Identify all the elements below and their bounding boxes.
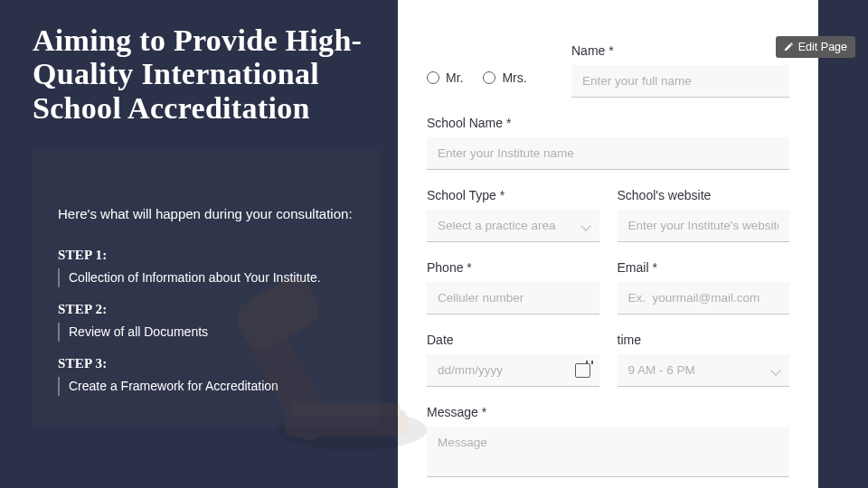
radio-mrs[interactable] xyxy=(483,71,495,84)
message-label: Message * xyxy=(427,405,789,419)
date-input[interactable] xyxy=(427,354,599,387)
step-2: STEP 2: Review of all Documents xyxy=(58,302,354,342)
time-select[interactable]: 9 AM - 6 PM xyxy=(618,354,790,387)
step-label: STEP 2: xyxy=(58,302,354,317)
date-label: Date xyxy=(427,333,599,347)
intro-text: Here's what will happen during your cons… xyxy=(58,204,354,224)
form-panel: Mr. Mrs. Name * School Name * xyxy=(398,0,818,488)
edit-page-button[interactable]: Edit Page xyxy=(776,36,855,58)
steps-box: Here's what will happen during your cons… xyxy=(33,150,380,428)
name-label: Name * xyxy=(571,43,789,58)
email-input[interactable] xyxy=(618,282,790,314)
message-textarea[interactable] xyxy=(427,427,789,477)
svg-rect-4 xyxy=(292,403,401,417)
school-type-select[interactable]: Select a practice area xyxy=(427,210,599,242)
school-type-label: School Type * xyxy=(427,188,599,202)
page-heading: Aiming to Provide High-Quality Internati… xyxy=(33,23,380,125)
website-input[interactable] xyxy=(618,210,790,242)
step-body: Create a Framework for Accreditation xyxy=(58,377,354,396)
step-body: Collection of Information about Your Ins… xyxy=(58,268,354,287)
school-name-input[interactable] xyxy=(427,137,789,170)
svg-rect-3 xyxy=(285,410,407,437)
edit-icon xyxy=(783,42,794,52)
radio-mr-label: Mr. xyxy=(446,70,463,85)
step-3: STEP 3: Create a Framework for Accredita… xyxy=(58,356,354,396)
time-label: time xyxy=(618,333,790,347)
name-input[interactable] xyxy=(571,65,789,98)
edit-page-label: Edit Page xyxy=(798,41,847,53)
phone-label: Phone * xyxy=(427,260,599,275)
step-1: STEP 1: Collection of Information about … xyxy=(58,248,354,287)
school-name-label: School Name * xyxy=(427,116,789,130)
email-label: Email * xyxy=(618,260,790,275)
step-label: STEP 1: xyxy=(58,248,354,263)
step-label: STEP 3: xyxy=(58,356,354,371)
step-body: Review of all Documents xyxy=(58,323,354,342)
phone-input[interactable] xyxy=(427,282,599,314)
radio-mrs-label: Mrs. xyxy=(502,70,526,85)
website-label: School's website xyxy=(618,188,790,202)
radio-mr[interactable] xyxy=(427,71,439,84)
